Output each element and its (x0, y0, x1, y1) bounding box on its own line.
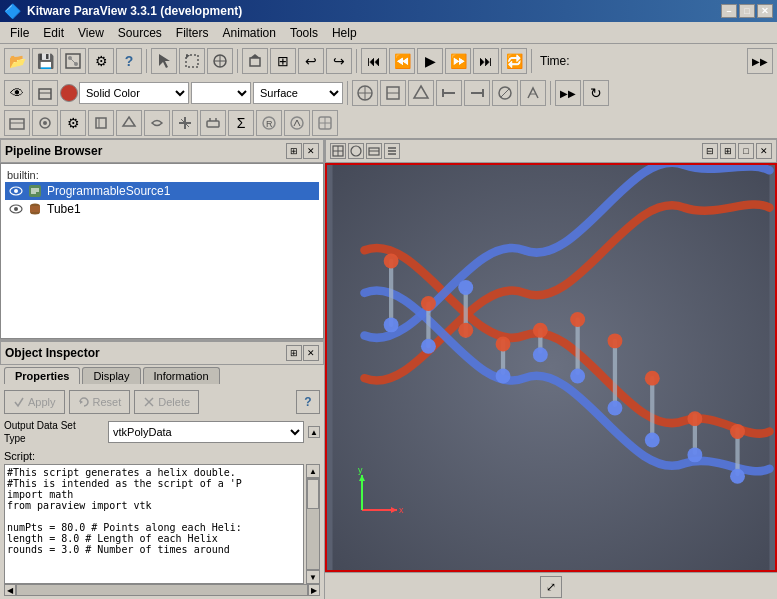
settings-button[interactable]: ⚙ (88, 48, 114, 74)
svg-point-99 (730, 469, 745, 484)
viewport-split-h[interactable]: ⊟ (702, 143, 718, 159)
script-scroll-left[interactable]: ◀ (4, 584, 16, 596)
tb3-btn7[interactable] (172, 110, 198, 136)
menu-file[interactable]: File (4, 24, 35, 42)
reset-camera[interactable] (242, 48, 268, 74)
tb3-btn6[interactable] (144, 110, 170, 136)
go-start[interactable]: ⏮ (361, 48, 387, 74)
output-data-set-select[interactable]: vtkPolyData (108, 421, 304, 443)
close-button[interactable]: ✕ (757, 4, 773, 18)
play[interactable]: ▶ (417, 48, 443, 74)
orient-z[interactable] (408, 80, 434, 106)
svg-point-98 (730, 424, 745, 439)
menu-filters[interactable]: Filters (170, 24, 215, 42)
side-scroll-up[interactable]: ▲ (308, 426, 320, 438)
pipeline-item-programmable[interactable]: ProgrammableSource1 (5, 182, 319, 200)
viewport-icon-1[interactable] (330, 143, 346, 159)
viewport-split-v[interactable]: ⊞ (720, 143, 736, 159)
go-prev[interactable]: ⏪ (389, 48, 415, 74)
menu-view[interactable]: View (72, 24, 110, 42)
undo-camera[interactable]: ↩ (298, 48, 324, 74)
orient-neg-z[interactable] (492, 80, 518, 106)
viewport-move-btn[interactable]: ⤢ (540, 576, 562, 598)
camera-parallel[interactable]: ⊞ (270, 48, 296, 74)
expand-toolbar2[interactable]: ▶▶ (555, 80, 581, 106)
tab-information[interactable]: Information (143, 367, 220, 384)
tb3-btn3[interactable]: ⚙ (60, 110, 86, 136)
apply-button[interactable]: Apply (4, 390, 65, 414)
script-scroll-track[interactable] (306, 478, 320, 570)
redo-camera[interactable]: ↪ (326, 48, 352, 74)
svg-point-81 (384, 317, 399, 332)
tb3-btn5[interactable] (116, 110, 142, 136)
pipeline-float-btn[interactable]: ⊞ (286, 143, 302, 159)
tb3-btn9[interactable]: Σ (228, 110, 254, 136)
script-scroll-up[interactable]: ▲ (306, 464, 320, 478)
minimize-button[interactable]: – (721, 4, 737, 18)
go-end[interactable]: ⏭ (473, 48, 499, 74)
maximize-button[interactable]: □ (739, 4, 755, 18)
menu-help[interactable]: Help (326, 24, 363, 42)
save-button[interactable]: 💾 (32, 48, 58, 74)
menu-sources[interactable]: Sources (112, 24, 168, 42)
color-scheme-dropdown[interactable] (191, 82, 251, 104)
tb3-btn11[interactable] (284, 110, 310, 136)
pipeline-button[interactable] (60, 48, 86, 74)
tb3-btn4[interactable] (88, 110, 114, 136)
menu-edit[interactable]: Edit (37, 24, 70, 42)
inspector-tabs: Properties Display Information (0, 365, 324, 384)
tb3-btn2[interactable] (32, 110, 58, 136)
reset-button[interactable]: Reset (69, 390, 131, 414)
orient-neg-x[interactable] (436, 80, 462, 106)
pipeline-item-tube[interactable]: Tube1 (5, 200, 319, 218)
open-button[interactable]: 📂 (4, 48, 30, 74)
script-scroll-down[interactable]: ▼ (306, 570, 320, 584)
tab-properties[interactable]: Properties (4, 367, 80, 384)
tb3-btn1[interactable] (4, 110, 30, 136)
viewport-maximize[interactable]: □ (738, 143, 754, 159)
object-inspector-header: Object Inspector ⊞ ✕ (0, 341, 324, 365)
go-next[interactable]: ⏩ (445, 48, 471, 74)
menu-tools[interactable]: Tools (284, 24, 324, 42)
script-scroll-right[interactable]: ▶ (308, 584, 320, 596)
script-htrack[interactable] (16, 584, 308, 596)
dataset-btn[interactable] (32, 80, 58, 106)
expand-toolbar[interactable]: ▶▶ (747, 48, 773, 74)
orient-neg-y[interactable] (464, 80, 490, 106)
svg-point-91 (570, 369, 585, 384)
orient-y[interactable] (380, 80, 406, 106)
eye-icon-tube (9, 204, 23, 214)
delete-button[interactable]: Delete (134, 390, 199, 414)
menu-animation[interactable]: Animation (217, 24, 282, 42)
script-scroll-thumb[interactable] (307, 479, 319, 509)
pick-tool[interactable] (207, 48, 233, 74)
inspector-float-btn[interactable]: ⊞ (286, 345, 302, 361)
tb3-btn12[interactable] (312, 110, 338, 136)
color-dropdown[interactable]: Solid Color (79, 82, 189, 104)
svg-point-30 (43, 121, 47, 125)
rubber-band-select[interactable] (179, 48, 205, 74)
viewport-icon-4[interactable] (384, 143, 400, 159)
help-toolbar-button[interactable]: ? (116, 48, 142, 74)
viewport-icon-2[interactable] (348, 143, 364, 159)
loop[interactable]: 🔁 (501, 48, 527, 74)
orient-x[interactable] (352, 80, 378, 106)
tb3-btn8[interactable] (200, 110, 226, 136)
svg-point-87 (496, 369, 511, 384)
viewport-canvas[interactable]: x y (325, 163, 777, 572)
pipeline-close-btn[interactable]: ✕ (303, 143, 319, 159)
inspector-close-btn[interactable]: ✕ (303, 345, 319, 361)
script-textarea[interactable]: #This script generates a helix double. #… (4, 464, 304, 584)
surface-dropdown[interactable]: Surface (253, 82, 343, 104)
svg-point-93 (607, 401, 622, 416)
eye-btn[interactable]: 👁 (4, 80, 30, 106)
tb3-btn10[interactable]: R (256, 110, 282, 136)
inspector-help-button[interactable]: ? (296, 390, 320, 414)
viewport-icon-3[interactable] (366, 143, 382, 159)
orient-custom[interactable] (520, 80, 546, 106)
svg-point-63 (351, 146, 361, 156)
select-tool[interactable] (151, 48, 177, 74)
tab-display[interactable]: Display (82, 367, 140, 384)
rotate-btn[interactable]: ↻ (583, 80, 609, 106)
viewport-close[interactable]: ✕ (756, 143, 772, 159)
